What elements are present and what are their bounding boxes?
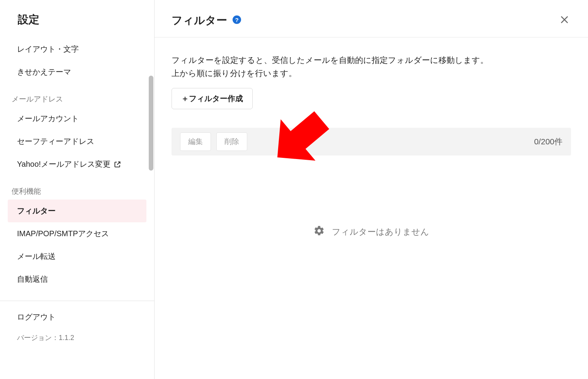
sidebar-item-label: メールアカウント <box>17 113 79 124</box>
sidebar-title: 設定 <box>0 12 154 38</box>
version-label: バージョン：1.1.2 <box>0 328 154 342</box>
sidebar-item-label: IMAP/POP/SMTPアクセス <box>17 228 109 239</box>
create-filter-button[interactable]: ＋フィルター作成 <box>172 88 253 109</box>
sidebar-item-auto-reply[interactable]: 自動返信 <box>0 268 154 291</box>
sidebar-item-label: フィルター <box>17 206 56 216</box>
help-icon[interactable]: ? <box>233 15 241 24</box>
sidebar-item-theme[interactable]: きせかえテーマ <box>0 61 154 83</box>
sidebar-item-logout[interactable]: ログアウト <box>0 306 154 328</box>
main-header: フィルター ? <box>155 0 588 37</box>
page-title: フィルター <box>172 13 227 28</box>
delete-button[interactable]: 削除 <box>216 132 247 151</box>
empty-state: フィルターはありません <box>172 225 571 239</box>
empty-message: フィルターはありません <box>332 226 429 238</box>
filter-description: フィルターを設定すると、受信したメールを自動的に指定フォルダーに移動します。 上… <box>172 54 571 80</box>
sidebar-section-header-mail: メールアドレス <box>0 83 154 107</box>
sidebar-item-filter[interactable]: フィルター <box>8 200 146 222</box>
sidebar-item-label: レイアウト・文字 <box>17 44 79 54</box>
main-panel: フィルター ? フィルターを設定すると、受信したメールを自動的に指定フォルダーに… <box>155 0 588 379</box>
sidebar-item-layout[interactable]: レイアウト・文字 <box>0 38 154 61</box>
sidebar-item-yahoo-address-change[interactable]: Yahoo!メールアドレス変更 <box>0 153 154 176</box>
sidebar-item-mail-account[interactable]: メールアカウント <box>0 107 154 130</box>
description-line1: フィルターを設定すると、受信したメールを自動的に指定フォルダーに移動します。 <box>172 56 488 64</box>
filter-toolbar: 編集 削除 0/200件 <box>172 128 571 156</box>
filter-count: 0/200件 <box>534 136 563 147</box>
edit-button[interactable]: 編集 <box>180 132 211 151</box>
sidebar-item-label: メール転送 <box>17 251 56 262</box>
sidebar-item-label: 自動返信 <box>17 274 48 284</box>
sidebar-item-label: セーフティーアドレス <box>17 136 94 147</box>
sidebar-item-label: きせかえテーマ <box>17 67 71 77</box>
scrollbar-thumb[interactable] <box>149 76 153 171</box>
gear-icon <box>313 225 325 239</box>
sidebar-item-mail-forward[interactable]: メール転送 <box>0 245 154 268</box>
description-line2: 上から順に振り分けを行います。 <box>172 69 297 78</box>
sidebar-item-label: ログアウト <box>17 312 56 322</box>
settings-sidebar: 設定 レイアウト・文字 きせかえテーマ メールアドレス メールアカウント セーフ… <box>0 0 155 379</box>
main-body: フィルターを設定すると、受信したメールを自動的に指定フォルダーに移動します。 上… <box>155 37 588 255</box>
close-button[interactable] <box>558 13 571 28</box>
external-link-icon <box>114 161 121 168</box>
create-filter-label: ＋フィルター作成 <box>181 93 243 104</box>
sidebar-section-header-features: 便利機能 <box>0 176 154 200</box>
sidebar-item-safety-address[interactable]: セーフティーアドレス <box>0 130 154 153</box>
sidebar-item-imap-pop-smtp[interactable]: IMAP/POP/SMTPアクセス <box>0 222 154 245</box>
sidebar-item-label: Yahoo!メールアドレス変更 <box>17 159 110 169</box>
